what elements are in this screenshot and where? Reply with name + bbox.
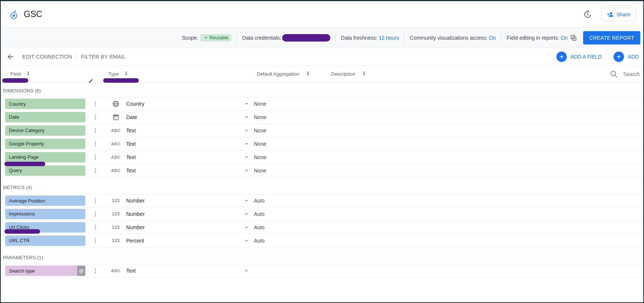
add-more-button[interactable]: ADD: [608, 52, 640, 62]
search-input[interactable]: [622, 71, 641, 78]
svg-point-22: [95, 172, 96, 173]
add-field-button[interactable]: ADD A FIELD: [550, 52, 608, 62]
svg-point-23: [95, 198, 96, 199]
type-icon: ABC: [105, 128, 126, 133]
svg-point-24: [95, 200, 96, 201]
field-chip[interactable]: Query: [5, 165, 85, 176]
field-type-select[interactable]: ABCText: [105, 267, 254, 274]
field-menu-button[interactable]: [85, 154, 105, 161]
aggregation-value[interactable]: None: [254, 128, 328, 134]
community-group[interactable]: Community visualizations access: On: [405, 32, 501, 44]
field-type-select[interactable]: ABCText: [105, 127, 254, 134]
aggregation-value[interactable]: Auto: [254, 211, 328, 217]
field-chip[interactable]: Average Position: [5, 195, 85, 206]
reusable-badge[interactable]: Reusable: [200, 34, 232, 42]
field-chip-cell: Landing Page: [1, 152, 85, 162]
community-label: Community visualizations access:: [410, 35, 487, 41]
freshness-group[interactable]: Data freshness: 12 hours: [336, 32, 405, 44]
svg-point-19: [95, 158, 96, 159]
aggregation-value[interactable]: Auto: [254, 224, 328, 230]
sub-nav: EDIT CONNECTION | FILTER BY EMAIL ADD A …: [1, 48, 643, 66]
field-type-select[interactable]: 123Number: [105, 224, 254, 231]
chevron-down-icon: [239, 197, 254, 204]
filter-by-email-link[interactable]: FILTER BY EMAIL: [77, 54, 129, 60]
field-chip[interactable]: Search type@: [5, 266, 85, 276]
share-label: Share: [617, 11, 630, 17]
field-chip[interactable]: Device Category: [5, 125, 85, 136]
search-fields[interactable]: [610, 70, 643, 78]
field-menu-button[interactable]: [85, 237, 105, 244]
parameters-rows: Search type@ABCText: [1, 264, 643, 277]
svg-point-31: [95, 228, 96, 230]
person-add-icon: [607, 11, 614, 18]
back-button[interactable]: [4, 50, 17, 63]
field-chip-cell: Country: [1, 99, 85, 109]
edit-connection-link[interactable]: EDIT CONNECTION: [19, 54, 76, 60]
field-menu-button[interactable]: [85, 267, 105, 274]
aggregation-value[interactable]: Auto: [254, 198, 328, 204]
field-name: Date: [9, 114, 19, 120]
field-chip[interactable]: Country: [5, 99, 85, 109]
svg-point-16: [95, 145, 96, 146]
credentials-label: Data credentials:: [242, 35, 281, 41]
svg-point-7: [95, 105, 96, 106]
redacted-credentials: [282, 34, 330, 42]
svg-point-28: [95, 215, 96, 216]
aggregation-value[interactable]: None: [254, 101, 328, 107]
field-chip[interactable]: Date: [5, 112, 85, 122]
field-type-select[interactable]: Date: [105, 113, 254, 121]
col-agg[interactable]: Default Aggregation: [257, 70, 331, 78]
field-chip[interactable]: Landing Page: [5, 152, 85, 162]
copy-icon[interactable]: [570, 34, 577, 42]
chevron-down-icon: [239, 154, 254, 161]
version-history-button[interactable]: [580, 7, 595, 22]
chevron-down-icon: [239, 141, 254, 147]
scope-bar: Scope: Reusable Data credentials: Data f…: [1, 28, 643, 48]
type-label: Text: [126, 168, 239, 174]
field-chip[interactable]: URL CTR: [5, 236, 85, 246]
svg-point-29: [95, 225, 96, 226]
field-type-select[interactable]: ABCText: [105, 141, 254, 147]
svg-point-34: [95, 242, 96, 243]
field-menu-button[interactable]: [85, 211, 105, 217]
param-default-badge: @: [77, 266, 85, 276]
field-editing-value: On: [561, 35, 568, 41]
field-menu-button[interactable]: [85, 127, 105, 134]
page-title[interactable]: GSC: [24, 9, 42, 19]
parameters-section-title: PARAMETERS (1): [1, 247, 643, 264]
field-menu-button[interactable]: [85, 224, 105, 231]
fields-content: DIMENSIONS (6) CountryCountryNoneDateDat…: [1, 83, 643, 277]
field-type-select[interactable]: ABCText: [105, 154, 254, 161]
col-desc[interactable]: Description: [331, 70, 610, 78]
field-type-select[interactable]: 123Number: [105, 197, 254, 204]
field-type-select[interactable]: 123Number: [105, 211, 254, 217]
col-type[interactable]: Type: [108, 70, 257, 78]
field-type-select[interactable]: 123Percent: [105, 237, 254, 244]
field-chip-cell: Device Category: [1, 125, 85, 136]
field-chip[interactable]: Google Property: [5, 139, 85, 149]
create-report-button[interactable]: CREATE REPORT: [583, 31, 640, 45]
field-chip[interactable]: Impressions: [5, 209, 85, 219]
field-row: Impressions123NumberAuto: [1, 207, 643, 221]
share-button[interactable]: Share: [601, 8, 636, 21]
field-menu-button[interactable]: [85, 167, 105, 174]
field-menu-button[interactable]: [85, 141, 105, 147]
aggregation-value[interactable]: None: [254, 168, 328, 174]
aggregation-value[interactable]: None: [254, 114, 328, 120]
chevron-down-icon: [239, 114, 254, 121]
field-chip-cell: Search type@: [1, 266, 85, 276]
col-field[interactable]: Field: [10, 70, 108, 78]
sort-arrow-icon: [123, 70, 129, 78]
field-row: DateDateNone: [1, 111, 643, 124]
aggregation-value[interactable]: None: [254, 141, 328, 147]
credentials-group[interactable]: Data credentials:: [237, 32, 335, 44]
field-type-select[interactable]: ABCText: [105, 167, 254, 174]
field-menu-button[interactable]: [85, 114, 105, 121]
field-type-select[interactable]: Country: [105, 100, 254, 108]
aggregation-value[interactable]: Auto: [254, 238, 328, 244]
field-menu-button[interactable]: [85, 197, 105, 204]
aggregation-value[interactable]: None: [254, 154, 328, 160]
field-name: Google Property: [9, 141, 44, 146]
field-menu-button[interactable]: [85, 101, 105, 107]
field-editing-group[interactable]: Field editing in reports: On: [501, 32, 579, 44]
